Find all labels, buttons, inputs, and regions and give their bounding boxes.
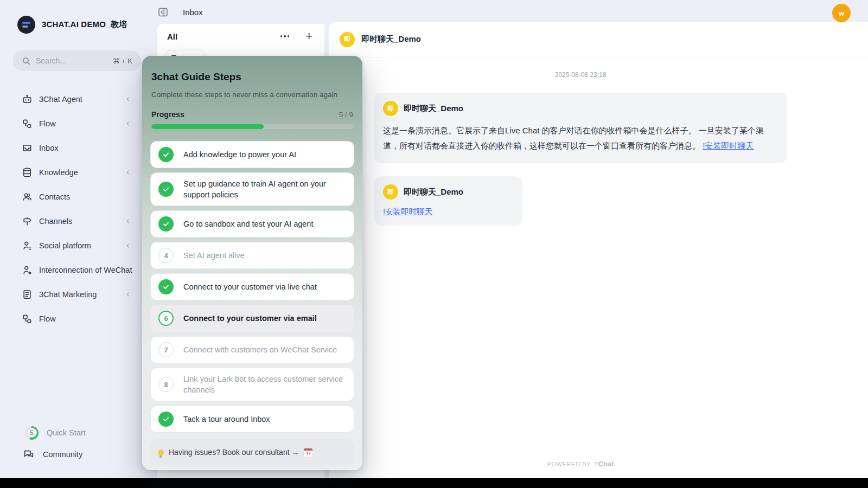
search-placeholder: Search... bbox=[36, 56, 108, 65]
3chat-logo-icon: ≡Chat bbox=[594, 460, 614, 468]
guide-step-label: Connect to your customer via live chat bbox=[183, 281, 317, 292]
guide-step[interactable]: Connect to your customer via live chat bbox=[150, 273, 354, 300]
sidebar-item-social-platform[interactable]: Social platform bbox=[0, 233, 154, 258]
sidebar-item-flow-2[interactable]: Flow bbox=[0, 306, 154, 331]
person-lines-icon bbox=[22, 265, 33, 275]
guide-step[interactable]: 4 Set AI agent alive bbox=[150, 242, 354, 269]
more-options-icon[interactable] bbox=[278, 33, 292, 40]
sidebar-item-interconnection-wechat[interactable]: Interconnection of WeChat bbox=[0, 258, 154, 282]
powered-by: POWERED BY≡Chat bbox=[374, 460, 787, 468]
workspace-row[interactable]: 3CHAT.AI DEMO_教培 bbox=[0, 0, 154, 34]
flow-icon bbox=[22, 118, 33, 129]
guide-step-label: Connect to your customer via email bbox=[183, 313, 317, 324]
chat-header: 即 即时聊天_Demo bbox=[329, 22, 868, 57]
message-bubble: 即 即时聊天_Demo 这是一条演示消息。它展示了来自Live Chat 的客户… bbox=[374, 93, 787, 163]
guide-steps-list: Add knowledge to power your AI Set up gu… bbox=[150, 141, 354, 433]
community-label: Community bbox=[43, 450, 82, 459]
add-conversation-button[interactable]: + bbox=[303, 31, 315, 41]
community-item[interactable]: Community bbox=[0, 444, 154, 465]
step-number: 8 bbox=[158, 377, 174, 392]
progress-bar bbox=[151, 124, 353, 129]
sidebar-item-label: Flow bbox=[39, 314, 56, 323]
guide-title: 3chat Guide Steps bbox=[151, 71, 354, 83]
inbox-icon bbox=[22, 143, 33, 153]
guide-step-label: Tack a tour around Inbox bbox=[183, 414, 270, 425]
chevron-left-icon bbox=[124, 95, 132, 103]
progress-label: Progress bbox=[151, 110, 339, 119]
sidebar-item-3chat-marketing[interactable]: 3Chat Marketing bbox=[0, 282, 154, 306]
install-livechat-link[interactable]: !安装即时聊天 bbox=[703, 141, 754, 150]
database-icon bbox=[22, 167, 33, 178]
message-sender: 即时聊天_Demo bbox=[404, 187, 463, 197]
check-icon bbox=[158, 182, 174, 197]
filter-all-label[interactable]: All bbox=[167, 32, 278, 41]
progress-value: 5 / 9 bbox=[339, 111, 353, 119]
user-avatar[interactable]: w bbox=[832, 4, 851, 22]
date-separator: 2025-08-08 23:18 bbox=[374, 71, 787, 79]
chat-bubbles-icon bbox=[23, 448, 35, 460]
search-shortcut: ⌘ + K bbox=[113, 57, 133, 65]
guide-step[interactable]: Tack a tour around Inbox bbox=[150, 406, 354, 433]
quick-start-badge: 5 bbox=[25, 426, 39, 440]
guide-step-label: Set AI agent alive bbox=[183, 250, 245, 261]
quick-start-item[interactable]: 5 Quick Start bbox=[0, 422, 154, 444]
book-consultant-banner[interactable]: Having issues? Book our consultant → 17 bbox=[150, 439, 354, 465]
guide-step[interactable]: Go to sandbox and test your AI agent bbox=[150, 210, 354, 237]
contact-avatar: 即 bbox=[383, 101, 398, 116]
sidebar-item-knowledge[interactable]: Knowledge bbox=[0, 160, 154, 184]
message-list: 2025-08-08 23:18 即 即时聊天_Demo 这是一条演示消息。它展… bbox=[374, 57, 787, 226]
guide-step[interactable]: Set up guidance to train AI agent on you… bbox=[150, 172, 354, 206]
flow-icon bbox=[22, 313, 33, 324]
sidebar-item-contacts[interactable]: Contacts bbox=[0, 184, 154, 209]
sidebar-item-label: Flow bbox=[39, 119, 56, 128]
step-number: 6 bbox=[158, 311, 174, 326]
guide-step-label: Link your Lark bot to access customer se… bbox=[183, 374, 347, 395]
check-icon bbox=[158, 216, 174, 232]
guide-step[interactable]: 8 Link your Lark bot to access customer … bbox=[150, 368, 354, 401]
person-lines-icon bbox=[22, 240, 33, 251]
guide-step-label: Set up guidance to train AI agent on you… bbox=[183, 178, 347, 200]
chevron-left-icon bbox=[124, 169, 132, 176]
inbox-header: Inbox bbox=[157, 7, 203, 18]
quick-start-label: Quick Start bbox=[47, 428, 86, 437]
consultant-text: Having issues? Book our consultant → bbox=[169, 448, 299, 457]
sidebar: 3CHAT.AI DEMO_教培 Search... ⌘ + K 3Chat A… bbox=[0, 0, 154, 478]
contact-name: 即时聊天_Demo bbox=[361, 34, 421, 44]
search-icon bbox=[22, 56, 31, 66]
sidebar-nav: 3Chat Agent Flow Inbox Knowledge Contact… bbox=[0, 87, 154, 331]
quick-start-progress-ring: 5 bbox=[25, 426, 39, 440]
search-input[interactable]: Search... ⌘ + K bbox=[13, 50, 141, 71]
guide-steps-popover: 3chat Guide Steps Complete these steps t… bbox=[142, 56, 362, 470]
sidebar-item-channels[interactable]: Channels bbox=[0, 209, 154, 233]
check-icon bbox=[158, 279, 174, 294]
guide-step[interactable]: 7 Connect with customers on WeChat Servi… bbox=[150, 336, 354, 363]
install-livechat-link[interactable]: !安装即时聊天 bbox=[383, 207, 432, 217]
lightbulb-icon bbox=[158, 450, 164, 455]
sidebar-item-flow[interactable]: Flow bbox=[0, 111, 154, 136]
calendar-icon: 17 bbox=[304, 448, 312, 457]
message-sender: 即时聊天_Demo bbox=[404, 104, 463, 114]
sidebar-item-label: Social platform bbox=[39, 241, 91, 250]
contact-avatar: 即 bbox=[383, 184, 398, 200]
sidebar-item-label: Knowledge bbox=[39, 168, 78, 177]
sidebar-item-inbox[interactable]: Inbox bbox=[0, 136, 154, 160]
sidebar-item-label: Contacts bbox=[39, 192, 70, 201]
chevron-left-icon bbox=[124, 242, 132, 249]
sidebar-item-label: Channels bbox=[39, 217, 72, 226]
people-icon bbox=[22, 191, 33, 202]
guide-subtitle: Complete these steps to never miss a con… bbox=[151, 91, 354, 99]
collapse-panel-icon[interactable] bbox=[157, 7, 169, 18]
check-icon bbox=[158, 147, 174, 162]
message-text: 这是一条演示消息。它展示了来自Live Chat 的客户对话在你的收件箱中会是什… bbox=[383, 123, 778, 153]
guide-step-label: Connect with customers on WeChat Service bbox=[183, 344, 337, 355]
step-number: 7 bbox=[158, 342, 174, 357]
sidebar-item-3chat-agent[interactable]: 3Chat Agent bbox=[0, 87, 154, 111]
sidebar-item-label: Interconnection of WeChat bbox=[39, 266, 132, 274]
guide-step-label: Add knowledge to power your AI bbox=[183, 149, 296, 160]
sidebar-footer: 5 Quick Start Community bbox=[0, 422, 154, 465]
contact-avatar: 即 bbox=[340, 32, 355, 47]
guide-step[interactable]: Add knowledge to power your AI bbox=[150, 141, 354, 168]
progress-bar-fill bbox=[151, 124, 264, 129]
guide-step-active[interactable]: 6 Connect to your customer via email bbox=[150, 305, 354, 332]
chevron-left-icon bbox=[124, 291, 132, 298]
